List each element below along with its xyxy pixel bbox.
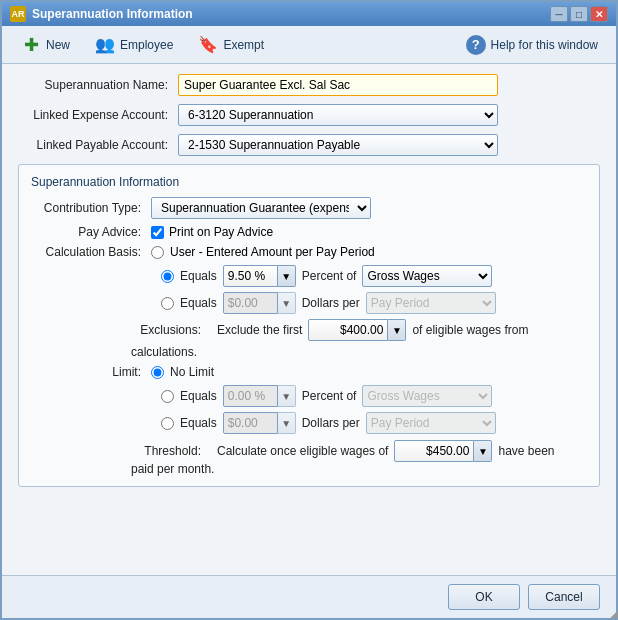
limit-container: Limit: No Limit Equals ▼ (31, 365, 587, 434)
percent-of-label: Percent of (302, 269, 357, 283)
dollars-input (223, 292, 278, 314)
limit-no-limit-label: No Limit (170, 365, 214, 379)
threshold-text2: have been (498, 444, 554, 458)
exclusions-container: Exclusions: Exclude the first ▼ of eligi… (31, 319, 587, 359)
exclusions-text3: calculations. (131, 345, 197, 359)
linked-payable-row: Linked Payable Account: 2-1530 Superannu… (18, 134, 600, 156)
exempt-button[interactable]: 🔖 Exempt (187, 31, 274, 59)
minimize-button[interactable]: ─ (550, 6, 568, 22)
gross-wages-select[interactable]: Gross Wages (362, 265, 492, 287)
threshold-text3: paid per month. (131, 462, 214, 476)
ok-button[interactable]: OK (448, 584, 520, 610)
limit-radio2[interactable] (161, 417, 174, 430)
limit-dollars-group: ▼ (223, 412, 296, 434)
limit-equals2-label: Equals (180, 416, 217, 430)
resize-handle[interactable]: ◢ (606, 608, 618, 620)
title-bar: AR Superannuation Information ─ □ ✕ (2, 2, 616, 26)
threshold-amount-group: ▼ (394, 440, 492, 462)
limit-gross-select: Gross Wages (362, 385, 492, 407)
close-button[interactable]: ✕ (590, 6, 608, 22)
contribution-type-row: Contribution Type: Superannuation Guaran… (31, 197, 587, 219)
pay-advice-checkbox-label: Print on Pay Advice (151, 225, 273, 239)
calc-equals-dollars-row: Equals ▼ Dollars per Pay Period (31, 292, 587, 314)
dollars-per-label: Dollars per (302, 296, 360, 310)
limit-percent-of-label: Percent of (302, 389, 357, 403)
limit-radio1[interactable] (161, 390, 174, 403)
threshold-container: Threshold: Calculate once eligible wages… (31, 440, 587, 476)
exclusion-dropdown-btn[interactable]: ▼ (388, 319, 406, 341)
cancel-button[interactable]: Cancel (528, 584, 600, 610)
percent-dropdown-btn[interactable]: ▼ (278, 265, 296, 287)
footer: OK Cancel (2, 575, 616, 618)
linked-expense-select[interactable]: 6-3120 Superannuation (178, 104, 498, 126)
pay-advice-text: Print on Pay Advice (169, 225, 273, 239)
help-button[interactable]: ? Help for this window (456, 32, 608, 58)
percent-input[interactable] (223, 265, 278, 287)
pay-advice-checkbox[interactable] (151, 226, 164, 239)
superannuation-name-row: Superannuation Name: (18, 74, 600, 96)
content-area: Superannuation Name: Linked Expense Acco… (2, 64, 616, 575)
limit-dollars-input (223, 412, 278, 434)
window-icon: AR (10, 6, 26, 22)
new-button[interactable]: ✚ New (10, 31, 80, 59)
calc-basis-user-label: User - Entered Amount per Pay Period (170, 245, 375, 259)
percent-input-group: ▼ (223, 265, 296, 287)
limit-equals-percent-row: Equals ▼ Percent of Gross Wages (31, 385, 587, 407)
limit-equals1-label: Equals (180, 389, 217, 403)
linked-expense-row: Linked Expense Account: 6-3120 Superannu… (18, 104, 600, 126)
maximize-button[interactable]: □ (570, 6, 588, 22)
threshold-text3-row: paid per month. (31, 462, 587, 476)
calc-equals-percent-row: Equals ▼ Percent of Gross Wages (31, 265, 587, 287)
employee-button[interactable]: 👥 Employee (84, 31, 183, 59)
dollars-dropdown-btn[interactable]: ▼ (278, 292, 296, 314)
help-icon: ? (466, 35, 486, 55)
toolbar: ✚ New 👥 Employee 🔖 Exempt ? Help for thi… (2, 26, 616, 64)
calc-basis-radio-user[interactable] (151, 246, 164, 259)
superannuation-info-section: Superannuation Information Contribution … (18, 164, 600, 487)
pay-advice-label: Pay Advice: (31, 225, 151, 239)
exclusion-amount-input[interactable] (308, 319, 388, 341)
limit-label: Limit: (31, 365, 151, 379)
limit-period-select: Pay Period (366, 412, 496, 434)
exempt-icon: 🔖 (197, 34, 219, 56)
limit-radio-equals1: Equals (161, 389, 217, 403)
calc-basis-radio1: User - Entered Amount per Pay Period (151, 245, 375, 259)
exclusions-text2: of eligible wages from (412, 323, 528, 337)
limit-percent-group: ▼ (223, 385, 296, 407)
calc-radio-equals1[interactable] (161, 270, 174, 283)
limit-dollars-per-label: Dollars per (302, 416, 360, 430)
calc-basis-row: Calculation Basis: User - Entered Amount… (31, 245, 587, 259)
exclusions-label: Exclusions: (121, 323, 211, 337)
linked-payable-label: Linked Payable Account: (18, 138, 178, 152)
linked-expense-label: Linked Expense Account: (18, 108, 178, 122)
threshold-label: Threshold: (121, 444, 211, 458)
pay-period-select1: Pay Period (366, 292, 496, 314)
calc-equals2-label: Equals (180, 296, 217, 310)
contribution-type-label: Contribution Type: (31, 201, 151, 215)
linked-payable-select[interactable]: 2-1530 Superannuation Payable (178, 134, 498, 156)
limit-radio-nolimit[interactable] (151, 366, 164, 379)
exclusions-row: Exclusions: Exclude the first ▼ of eligi… (31, 319, 587, 341)
limit-dollars-btn[interactable]: ▼ (278, 412, 296, 434)
exclusions-text1: Exclude the first (217, 323, 302, 337)
calc-equals1-label: Equals (180, 269, 217, 283)
pay-advice-row: Pay Advice: Print on Pay Advice (31, 225, 587, 239)
limit-radio-equals2: Equals (161, 416, 217, 430)
limit-row: Limit: No Limit (31, 365, 587, 379)
new-icon: ✚ (20, 34, 42, 56)
limit-percent-input (223, 385, 278, 407)
superannuation-name-input[interactable] (178, 74, 498, 96)
threshold-row: Threshold: Calculate once eligible wages… (31, 440, 587, 462)
calc-equals2-radio: Equals (161, 296, 217, 310)
exclusions-text3-row: calculations. (31, 345, 587, 359)
calc-radio-equals2[interactable] (161, 297, 174, 310)
threshold-text1: Calculate once eligible wages of (217, 444, 388, 458)
threshold-amount-input[interactable] (394, 440, 474, 462)
limit-equals-dollars-row: Equals ▼ Dollars per Pay Period (31, 412, 587, 434)
limit-percent-btn[interactable]: ▼ (278, 385, 296, 407)
calc-equals1-radio: Equals (161, 269, 217, 283)
contribution-type-select[interactable]: Superannuation Guarantee (expense) (151, 197, 371, 219)
threshold-dropdown-btn[interactable]: ▼ (474, 440, 492, 462)
superannuation-name-label: Superannuation Name: (18, 78, 178, 92)
limit-no-limit-radio: No Limit (151, 365, 214, 379)
